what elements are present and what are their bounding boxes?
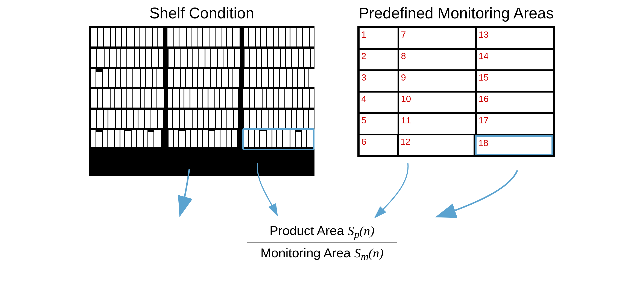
left-panel: Shelf Condition (89, 4, 314, 176)
svg-rect-25 (244, 28, 248, 46)
svg-rect-66 (274, 49, 280, 67)
svg-rect-47 (152, 49, 158, 67)
svg-rect-196 (186, 130, 190, 147)
cell-4: 4 (360, 93, 398, 112)
svg-rect-87 (181, 69, 185, 87)
svg-rect-106 (298, 69, 304, 87)
svg-rect-201 (215, 130, 220, 147)
svg-rect-211 (277, 130, 282, 147)
main-container: Shelf Condition (0, 0, 644, 298)
svg-rect-147 (104, 110, 108, 128)
svg-rect-29 (267, 28, 273, 46)
svg-rect-208 (260, 131, 266, 147)
svg-rect-78 (121, 69, 126, 87)
svg-rect-5 (116, 28, 121, 46)
svg-rect-153 (138, 110, 144, 128)
cell-11-label: 11 (401, 115, 411, 126)
cell-15-label: 15 (478, 72, 488, 83)
svg-rect-51 (180, 49, 187, 67)
svg-rect-159 (180, 110, 184, 128)
svg-rect-105 (292, 69, 297, 87)
shelf-image (89, 26, 314, 176)
shelf-condition-title: Shelf Condition (150, 4, 254, 22)
svg-rect-24 (233, 28, 240, 46)
svg-rect-210 (272, 130, 276, 147)
svg-rect-212 (283, 130, 290, 147)
svg-rect-130 (220, 89, 225, 108)
svg-rect-121 (168, 89, 172, 108)
cell-17-label: 17 (478, 115, 488, 126)
svg-rect-120 (157, 89, 164, 108)
svg-rect-96 (233, 69, 239, 87)
cell-14-label: 14 (478, 51, 488, 61)
svg-rect-60 (235, 49, 240, 67)
svg-rect-55 (206, 49, 210, 67)
svg-rect-134 (250, 89, 254, 108)
svg-rect-144 (310, 89, 314, 108)
svg-rect-18 (198, 28, 202, 46)
svg-rect-69 (292, 49, 298, 67)
cell-2-label: 2 (361, 51, 366, 61)
svg-rect-193 (168, 130, 173, 147)
svg-rect-61 (244, 49, 249, 67)
svg-rect-103 (280, 69, 286, 87)
svg-rect-52 (188, 49, 192, 67)
svg-rect-62 (250, 49, 256, 67)
svg-rect-36 (310, 28, 314, 46)
svg-rect-186 (120, 130, 124, 147)
cell-10: 10 (399, 93, 475, 112)
svg-rect-161 (192, 110, 197, 128)
svg-rect-136 (262, 89, 266, 108)
svg-rect-94 (222, 69, 228, 87)
svg-rect-143 (303, 89, 309, 108)
svg-rect-123 (180, 89, 184, 108)
svg-rect-108 (309, 69, 314, 87)
svg-rect-64 (262, 49, 267, 67)
svg-rect-118 (145, 89, 151, 108)
svg-rect-84 (157, 69, 163, 87)
grid-row-3: 3 9 15 (360, 71, 553, 91)
svg-rect-172 (262, 110, 268, 128)
grid-row-1: 1 7 13 (360, 28, 553, 48)
svg-rect-207 (255, 130, 259, 147)
svg-rect-92 (211, 69, 216, 87)
svg-rect-46 (146, 49, 151, 67)
svg-rect-91 (204, 69, 210, 87)
cell-15: 15 (477, 71, 553, 91)
svg-rect-128 (208, 89, 214, 108)
svg-rect-209 (267, 130, 272, 147)
svg-rect-90 (198, 69, 203, 87)
cell-11: 11 (399, 114, 475, 134)
svg-rect-184 (108, 130, 114, 147)
svg-rect-49 (168, 49, 174, 67)
svg-rect-150 (122, 110, 126, 128)
svg-rect-166 (222, 110, 226, 128)
svg-rect-101 (269, 69, 273, 87)
svg-rect-35 (303, 28, 309, 46)
svg-rect-39 (104, 49, 109, 67)
svg-rect-200 (209, 131, 214, 147)
svg-rect-17 (192, 28, 197, 46)
svg-rect-181 (91, 130, 96, 147)
svg-rect-42 (121, 49, 126, 67)
cell-3: 3 (360, 71, 398, 91)
svg-rect-119 (152, 89, 156, 108)
svg-rect-57 (218, 49, 222, 67)
svg-rect-116 (133, 89, 140, 108)
svg-rect-171 (257, 110, 261, 128)
cell-9: 9 (399, 71, 475, 91)
svg-rect-162 (198, 110, 203, 128)
svg-rect-131 (226, 89, 232, 108)
svg-rect-146 (97, 110, 103, 128)
monitoring-areas-title: Predefined Monitoring Areas (359, 4, 554, 22)
svg-rect-13 (168, 28, 174, 46)
svg-rect-3 (104, 28, 110, 46)
svg-rect-4 (111, 28, 115, 46)
svg-rect-113 (115, 89, 121, 108)
svg-rect-107 (304, 69, 308, 87)
svg-rect-152 (134, 110, 138, 128)
svg-rect-104 (287, 69, 292, 87)
svg-rect-11 (153, 28, 157, 46)
svg-rect-71 (304, 49, 310, 67)
svg-rect-6 (122, 28, 126, 46)
